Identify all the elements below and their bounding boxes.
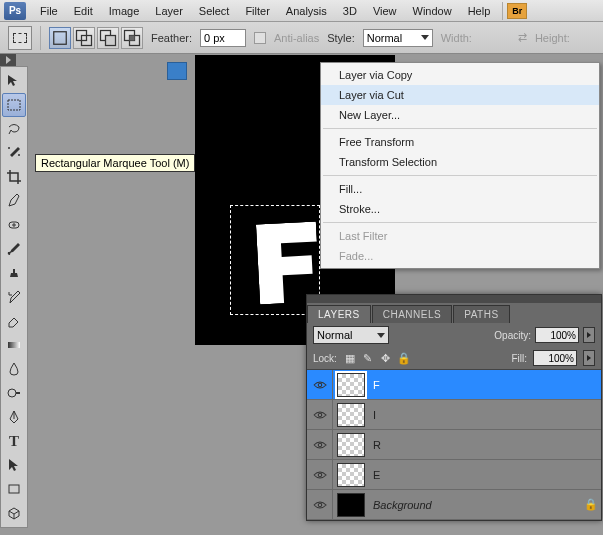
layer-name[interactable]: I	[369, 409, 601, 421]
feather-input[interactable]	[200, 29, 246, 47]
selection-new[interactable]	[49, 27, 71, 49]
eyedropper-tool[interactable]	[2, 189, 26, 213]
antialias-label: Anti-alias	[274, 32, 319, 44]
move-tool[interactable]	[2, 69, 26, 93]
panel-toggle[interactable]	[0, 54, 16, 66]
menu-view[interactable]: View	[365, 2, 405, 20]
cm-layer-via-copy[interactable]: Layer via Copy	[321, 65, 599, 85]
layer-name[interactable]: R	[369, 439, 601, 451]
3d-tool[interactable]	[2, 501, 26, 525]
visibility-toggle[interactable]	[307, 430, 333, 459]
selection-subtract[interactable]	[97, 27, 119, 49]
pen-tool[interactable]	[2, 405, 26, 429]
layer-row[interactable]: E	[307, 460, 601, 490]
svg-point-15	[318, 383, 322, 387]
tab-channels[interactable]: CHANNELS	[372, 305, 452, 323]
blend-mode-value: Normal	[317, 329, 352, 341]
layer-thumbnail[interactable]	[337, 433, 365, 457]
menu-filter[interactable]: Filter	[237, 2, 277, 20]
visibility-toggle[interactable]	[307, 490, 333, 519]
panel-header[interactable]	[307, 295, 601, 303]
marquee-tool[interactable]	[2, 93, 26, 117]
dodge-tool[interactable]	[2, 381, 26, 405]
shape-tool[interactable]	[2, 477, 26, 501]
healing-brush-tool[interactable]	[2, 213, 26, 237]
lock-transparency-icon[interactable]: ▦	[343, 351, 357, 365]
svg-point-19	[318, 503, 322, 507]
selection-add[interactable]	[73, 27, 95, 49]
clone-stamp-tool[interactable]	[2, 261, 26, 285]
style-value: Normal	[367, 32, 402, 44]
gradient-tool[interactable]	[2, 333, 26, 357]
menu-3d[interactable]: 3D	[335, 2, 365, 20]
layer-thumbnail[interactable]	[337, 403, 365, 427]
feather-label: Feather:	[151, 32, 192, 44]
fill-arrow[interactable]	[583, 350, 595, 366]
menu-help[interactable]: Help	[460, 2, 499, 20]
fill-label: Fill:	[511, 353, 527, 364]
opacity-input[interactable]: 100%	[535, 327, 579, 343]
blur-tool[interactable]	[2, 357, 26, 381]
selection-intersect[interactable]	[121, 27, 143, 49]
menu-image[interactable]: Image	[101, 2, 148, 20]
layer-name[interactable]: Background	[369, 499, 581, 511]
bridge-button[interactable]: Br	[507, 3, 527, 19]
svg-point-10	[18, 154, 20, 156]
type-tool[interactable]: T	[2, 429, 26, 453]
svg-point-13	[8, 389, 16, 397]
layer-name[interactable]: E	[369, 469, 601, 481]
layer-row[interactable]: I	[307, 400, 601, 430]
opacity-arrow[interactable]	[583, 327, 595, 343]
layer-row[interactable]: Background 🔒	[307, 490, 601, 520]
layer-thumbnail[interactable]	[337, 373, 365, 397]
context-menu: Layer via Copy Layer via Cut New Layer..…	[320, 62, 600, 269]
lock-all-icon[interactable]: 🔒	[397, 351, 411, 365]
layer-thumbnail[interactable]	[337, 493, 365, 517]
layers-list: F I R E Background 🔒	[307, 370, 601, 520]
visibility-toggle[interactable]	[307, 370, 333, 399]
layer-row[interactable]: R	[307, 430, 601, 460]
brush-tool[interactable]	[2, 237, 26, 261]
path-selection-tool[interactable]	[2, 453, 26, 477]
tab-paths[interactable]: PATHS	[453, 305, 509, 323]
lock-label: Lock:	[313, 353, 337, 364]
cm-free-transform[interactable]: Free Transform	[321, 132, 599, 152]
cm-fill[interactable]: Fill...	[321, 179, 599, 199]
cm-stroke[interactable]: Stroke...	[321, 199, 599, 219]
current-tool-icon[interactable]	[8, 26, 32, 50]
svg-point-18	[318, 473, 322, 477]
style-select[interactable]: Normal	[363, 29, 433, 47]
visibility-toggle[interactable]	[307, 460, 333, 489]
cm-new-layer[interactable]: New Layer...	[321, 105, 599, 125]
crop-tool[interactable]	[2, 165, 26, 189]
menu-select[interactable]: Select	[191, 2, 238, 20]
lock-position-icon[interactable]: ✥	[379, 351, 393, 365]
menu-layer[interactable]: Layer	[147, 2, 191, 20]
blend-mode-select[interactable]: Normal	[313, 326, 389, 344]
eraser-tool[interactable]	[2, 309, 26, 333]
menu-file[interactable]: File	[32, 2, 66, 20]
layer-thumbnail[interactable]	[337, 463, 365, 487]
tab-layers[interactable]: LAYERS	[307, 305, 371, 323]
svg-rect-0	[54, 31, 67, 44]
lasso-tool[interactable]	[2, 117, 26, 141]
visibility-toggle[interactable]	[307, 400, 333, 429]
layer-row[interactable]: F	[307, 370, 601, 400]
width-label: Width:	[441, 32, 472, 44]
layer-name[interactable]: F	[369, 379, 601, 391]
magic-wand-tool[interactable]	[2, 141, 26, 165]
history-brush-tool[interactable]	[2, 285, 26, 309]
swap-icon: ⇄	[518, 31, 527, 44]
menu-edit[interactable]: Edit	[66, 2, 101, 20]
lock-pixels-icon[interactable]: ✎	[361, 351, 375, 365]
menu-window[interactable]: Window	[405, 2, 460, 20]
document-tab[interactable]	[167, 62, 187, 80]
divider	[323, 175, 597, 176]
lock-icons: ▦ ✎ ✥ 🔒	[343, 351, 411, 365]
cm-layer-via-cut[interactable]: Layer via Cut	[321, 85, 599, 105]
fill-input[interactable]: 100%	[533, 350, 577, 366]
cm-transform-selection[interactable]: Transform Selection	[321, 152, 599, 172]
divider	[40, 26, 41, 50]
menu-analysis[interactable]: Analysis	[278, 2, 335, 20]
selection-mode-group	[49, 27, 143, 49]
